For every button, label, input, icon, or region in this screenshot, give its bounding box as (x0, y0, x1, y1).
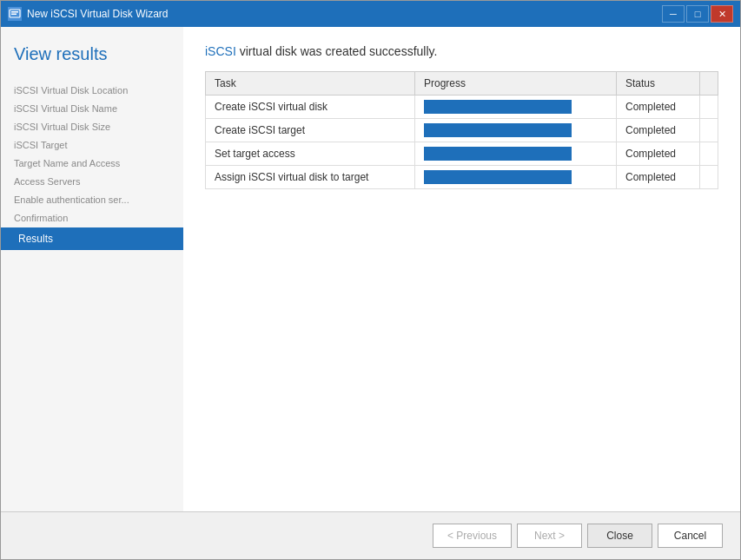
table-header-row: Task Progress Status (206, 72, 718, 96)
sidebar-item-confirmation: Confirmation (14, 209, 183, 227)
nav-items: iSCSI Virtual Disk Location iSCSI Virtua… (14, 82, 183, 250)
sidebar-item-iscsi-target: iSCSI Target (14, 136, 183, 154)
previous-button[interactable]: < Previous (433, 524, 512, 548)
sidebar-item-access-servers: Access Servers (14, 173, 183, 190)
progress-bar-fill (424, 100, 572, 114)
cancel-button[interactable]: Cancel (658, 524, 723, 548)
progress-bar-fill (424, 170, 572, 184)
title-bar-left: New iSCSI Virtual Disk Wizard (8, 7, 168, 21)
progress-bar-fill (424, 123, 572, 137)
extra-cell (700, 119, 718, 142)
progress-bar-fill (424, 147, 572, 161)
task-cell: Assign iSCSI virtual disk to target (206, 166, 415, 189)
extra-cell (700, 96, 718, 119)
table-row: Set target access Completed (206, 142, 718, 166)
window-title: New iSCSI Virtual Disk Wizard (27, 8, 168, 20)
sidebar-item-iscsi-location: iSCSI Virtual Disk Location (14, 82, 183, 99)
title-bar: New iSCSI Virtual Disk Wizard ─ □ ✕ (1, 1, 740, 27)
minimize-button[interactable]: ─ (662, 5, 685, 23)
col-status: Status (616, 72, 699, 96)
sidebar-item-target-name: Target Name and Access (14, 155, 183, 172)
iscsi-label: iSCSI (205, 44, 236, 58)
sidebar: View results iSCSI Virtual Disk Location… (1, 27, 183, 511)
progress-bar-container (424, 147, 572, 161)
col-extra (700, 72, 718, 96)
table-row: Assign iSCSI virtual disk to target Comp… (206, 166, 718, 189)
footer: < Previous Next > Close Cancel (1, 511, 740, 559)
task-cell: Create iSCSI target (206, 119, 415, 142)
progress-cell (414, 96, 616, 119)
status-cell: Completed (616, 119, 699, 142)
window-close-button[interactable]: ✕ (711, 5, 733, 23)
svg-rect-2 (11, 14, 17, 16)
task-cell: Set target access (206, 142, 415, 166)
next-button[interactable]: Next > (517, 524, 582, 548)
col-progress: Progress (414, 72, 616, 96)
content-area: iSCSI virtual disk was created successfu… (183, 27, 740, 511)
sidebar-item-iscsi-size: iSCSI Virtual Disk Size (14, 118, 183, 135)
wizard-window: New iSCSI Virtual Disk Wizard ─ □ ✕ View… (0, 0, 741, 560)
main-content: View results iSCSI Virtual Disk Location… (1, 27, 740, 511)
page-title: View results (14, 44, 183, 64)
progress-bar-container (424, 123, 572, 137)
task-cell: Create iSCSI virtual disk (206, 96, 415, 119)
window-controls: ─ □ ✕ (662, 5, 733, 23)
svg-rect-1 (11, 11, 18, 13)
extra-cell (700, 142, 718, 166)
table-row: Create iSCSI target Completed (206, 119, 718, 142)
sidebar-item-enable-auth: Enable authentication ser... (14, 191, 183, 208)
sidebar-item-iscsi-name: iSCSI Virtual Disk Name (14, 100, 183, 117)
progress-bar-container (424, 170, 572, 184)
progress-cell (414, 166, 616, 189)
success-message: iSCSI virtual disk was created successfu… (205, 44, 718, 58)
progress-cell (414, 119, 616, 142)
col-task: Task (206, 72, 415, 96)
close-button[interactable]: Close (587, 524, 652, 548)
extra-cell (700, 166, 718, 189)
table-row: Create iSCSI virtual disk Completed (206, 96, 718, 119)
results-table: Task Progress Status Create iSCSI virtua… (205, 71, 718, 189)
progress-cell (414, 142, 616, 166)
status-cell: Completed (616, 96, 699, 119)
sidebar-item-results[interactable]: Results (1, 227, 183, 250)
progress-bar-container (424, 100, 572, 114)
app-icon (8, 7, 22, 21)
status-cell: Completed (616, 142, 699, 166)
maximize-button[interactable]: □ (686, 5, 709, 23)
success-text: virtual disk was created successfully. (240, 44, 438, 58)
status-cell: Completed (616, 166, 699, 189)
